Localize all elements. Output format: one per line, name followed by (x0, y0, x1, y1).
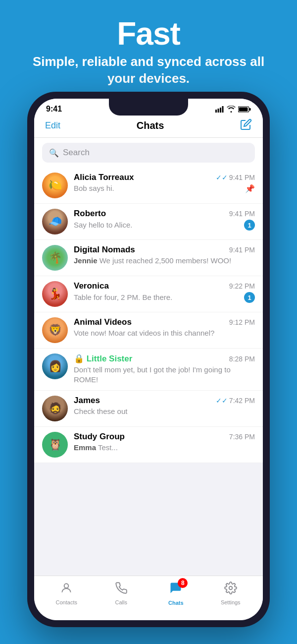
double-check-icon: ✓✓ (216, 174, 228, 181)
chat-time-sister: 8:28 PM (229, 355, 255, 363)
chat-item-study[interactable]: 🦉 Study Group 7:36 PM Emma Test... (34, 427, 263, 463)
chat-name-animals: Animal Videos (74, 317, 132, 327)
chat-preview-veronica: Table for four, 2 PM. Be there. (74, 293, 172, 302)
tab-chats[interactable]: 8 Chats (148, 581, 203, 606)
compose-button[interactable] (240, 118, 252, 132)
chat-name-roberto: Roberto (74, 209, 106, 219)
phone-icon (115, 582, 128, 597)
svg-rect-6 (239, 107, 248, 111)
nav-title: Chats (137, 120, 164, 131)
settings-icon (224, 582, 237, 597)
tab-settings[interactable]: Settings (203, 582, 258, 605)
chat-content-roberto: Roberto 9:41 PM Say hello to Alice. 1 (74, 209, 255, 231)
chat-preview-nomads: Jennie We just reached 2,500 members! WO… (74, 256, 255, 266)
chat-time-roberto: 9:41 PM (229, 210, 255, 218)
chat-content-veronica: Veronica 9:22 PM Table for four, 2 PM. B… (74, 281, 255, 303)
pin-icon-alicia: 📌 (245, 184, 255, 193)
avatar-nomads: 🌴 (42, 245, 68, 271)
tab-label-chats: Chats (168, 600, 184, 606)
chat-preview-sister: Don't tell mom yet, but I got the job! I… (74, 365, 255, 385)
phone-screen: 9:41 (34, 99, 263, 620)
tab-label-contacts: Contacts (56, 599, 77, 605)
status-icons (215, 106, 251, 113)
phone-notch (109, 99, 188, 116)
chat-time-study: 7:36 PM (229, 433, 255, 441)
chat-item-roberto[interactable]: 🧢 Roberto 9:41 PM Say hello to Alice. 1 (34, 204, 263, 240)
svg-rect-1 (218, 109, 219, 113)
search-icon: 🔍 (49, 148, 59, 158)
chat-name-sister: 🔒 Little Sister (74, 353, 132, 364)
status-time: 9:41 (46, 105, 62, 114)
chat-preview-study: Emma Test... (74, 443, 255, 453)
lock-icon-sister: 🔒 (74, 354, 84, 363)
svg-rect-0 (215, 110, 217, 113)
chat-name-study: Study Group (74, 432, 125, 442)
chat-name-alicia: Alicia Torreaux (74, 173, 134, 182)
person-icon (60, 582, 73, 597)
wifi-icon (227, 106, 236, 113)
svg-rect-2 (220, 108, 221, 113)
tab-calls[interactable]: Calls (94, 582, 149, 605)
chat-content-alicia: Alicia Torreaux ✓✓ 9:41 PM Bob says hi. … (74, 173, 255, 193)
search-bar[interactable]: 🔍 Search (42, 143, 255, 163)
chat-preview-roberto: Say hello to Alice. (74, 220, 132, 230)
chat-preview-animals: Vote now! Moar cat videos in this channe… (74, 328, 255, 338)
chat-item-animals[interactable]: 🦁 Animal Videos 9:12 PM Vote now! Moar c… (34, 312, 263, 349)
chat-content-nomads: Digital Nomads 9:41 PM Jennie We just re… (74, 245, 255, 266)
chat-time-james: ✓✓ 7:42 PM (216, 397, 255, 405)
chat-content-james: James ✓✓ 7:42 PM Check these out (74, 396, 255, 416)
chat-name-james: James (74, 396, 100, 406)
chat-item-james[interactable]: 🧔 James ✓✓ 7:42 PM Check these out (34, 391, 263, 427)
svg-rect-3 (222, 106, 224, 113)
chat-time-alicia: ✓✓ 9:41 PM (216, 174, 255, 181)
chat-content-animals: Animal Videos 9:12 PM Vote now! Moar cat… (74, 317, 255, 338)
chat-list: 🍋 Alicia Torreaux ✓✓ 9:41 PM Bob says hi… (34, 168, 263, 463)
avatar-sister: 👩 (42, 353, 68, 379)
chats-badge: 8 (178, 578, 188, 588)
chat-content-sister: 🔒 Little Sister 8:28 PM Don't tell mom y… (74, 353, 255, 385)
avatar-veronica: 💃 (42, 281, 68, 307)
chat-preview-james: Check these out (74, 407, 255, 416)
chat-preview-alicia: Bob says hi. (74, 183, 114, 193)
chat-name-veronica: Veronica (74, 281, 109, 291)
avatar-animals: 🦁 (42, 317, 68, 343)
chat-name-nomads: Digital Nomads (74, 245, 135, 255)
chat-item-veronica[interactable]: 💃 Veronica 9:22 PM Table for four, 2 PM.… (34, 276, 263, 312)
tab-label-settings: Settings (221, 599, 241, 605)
chat-time-veronica: 9:22 PM (229, 282, 255, 290)
badge-roberto: 1 (244, 220, 255, 231)
search-input[interactable]: Search (63, 148, 90, 158)
svg-point-8 (229, 586, 233, 589)
edit-button[interactable]: Edit (45, 120, 60, 131)
hero-section: Fast Simple, reliable and synced across … (0, 0, 297, 97)
chat-time-nomads: 9:41 PM (229, 246, 255, 254)
badge-veronica: 1 (244, 292, 255, 303)
search-container: 🔍 Search (34, 138, 263, 168)
tab-bar: Contacts Calls 8 Chats (34, 576, 263, 620)
double-check-icon-james: ✓✓ (216, 397, 228, 405)
chat-item-sister[interactable]: 👩 🔒 Little Sister 8:28 PM Don't tell mom… (34, 349, 263, 391)
hero-subtitle: Simple, reliable and synced across all y… (20, 54, 277, 87)
signal-icon (215, 106, 224, 113)
avatar-james: 🧔 (42, 396, 68, 421)
avatar-study: 🦉 (42, 432, 68, 458)
tab-contacts[interactable]: Contacts (39, 582, 94, 605)
svg-point-7 (64, 584, 69, 588)
tab-label-calls: Calls (115, 599, 127, 605)
chat-item-alicia[interactable]: 🍋 Alicia Torreaux ✓✓ 9:41 PM Bob says hi… (34, 168, 263, 204)
avatar-alicia: 🍋 (42, 173, 68, 198)
battery-icon (238, 106, 251, 113)
svg-rect-5 (249, 108, 251, 111)
chat-item-nomads[interactable]: 🌴 Digital Nomads 9:41 PM Jennie We just … (34, 240, 263, 276)
chat-icon: 8 (169, 581, 183, 598)
phone-frame: 9:41 (27, 92, 270, 627)
chat-content-study: Study Group 7:36 PM Emma Test... (74, 432, 255, 453)
chat-time-animals: 9:12 PM (229, 318, 255, 326)
hero-title: Fast (20, 18, 277, 50)
avatar-roberto: 🧢 (42, 209, 68, 234)
nav-bar: Edit Chats (34, 116, 263, 138)
